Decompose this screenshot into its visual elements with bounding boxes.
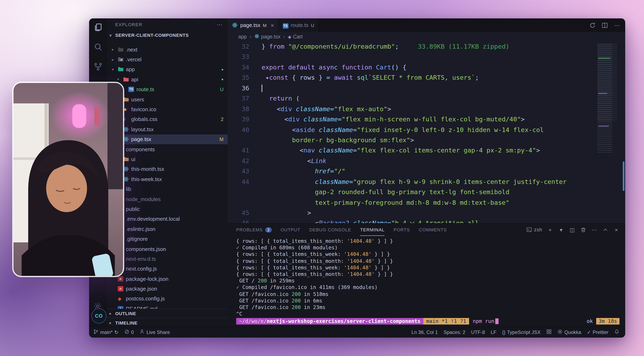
tree-item[interactable]: ▸node_modules <box>107 194 228 204</box>
code-line: border-r bg-background sm:flex"> <box>228 135 625 146</box>
status-item-live-share[interactable]: Live Share <box>140 329 170 336</box>
search-icon[interactable] <box>93 42 103 52</box>
panel-tab-label: TERMINAL <box>360 227 384 232</box>
status-item-typescript-jsx[interactable]: {}TypeScript JSX <box>502 330 540 335</box>
tree-item[interactable]: ▸lib <box>107 184 228 194</box>
tree-item[interactable]: #globals.css2 <box>107 114 228 124</box>
code-text: <div className="flex mx-auto"> <box>262 104 391 114</box>
file-type-icon: TS <box>128 87 136 92</box>
file-name: page.tsx <box>131 136 151 142</box>
tree-item[interactable]: ◈.eslintrc.json <box>107 224 228 234</box>
status-item-quokka[interactable]: Quokka <box>557 329 581 336</box>
tree-item[interactable]: ▸▲.vercel <box>107 54 228 64</box>
terminal-line: ✓ Compiled in 689ms (608 modules) <box>236 244 620 251</box>
editor-tab[interactable]: TSroute.tsU <box>278 18 319 32</box>
terminal-line: { rows: [ { total_items_this_month: '140… <box>236 238 620 244</box>
text-cursor <box>262 85 262 92</box>
account-avatar[interactable]: CO <box>91 308 107 324</box>
refresh-icon[interactable] <box>589 22 596 28</box>
close-panel-icon[interactable]: × <box>613 227 620 233</box>
terminal-dropdown-icon[interactable]: ▾ <box>558 227 564 233</box>
tree-item[interactable]: layout.tsx <box>107 124 228 134</box>
tree-item[interactable]: ◆postcss.config.js <box>107 294 228 304</box>
tree-item[interactable]: ▾components <box>107 144 228 154</box>
file-name: ui <box>131 156 135 162</box>
tree-item[interactable]: iREADME.md <box>107 304 228 308</box>
status-item-main-[interactable]: main*↻ <box>93 329 118 336</box>
split-editor-icon[interactable] <box>602 22 608 28</box>
tree-item[interactable]: TSnext-env.d.ts <box>107 254 228 264</box>
tree-item[interactable]: ◆.gitignore <box>107 234 228 244</box>
status-item-lf[interactable]: LF <box>491 330 496 335</box>
terminal-shell-item[interactable]: zsh <box>526 227 542 232</box>
status-label: Live Share <box>146 330 170 335</box>
breadcrumb-item[interactable]: app <box>238 34 247 40</box>
timeline-section[interactable]: ▸ TIMELINE <box>107 318 228 328</box>
status-item-0[interactable]: 0 <box>124 329 134 336</box>
status-item-ln-36-col-1[interactable]: Ln 36, Col 1 <box>411 330 438 335</box>
file-name: public <box>126 206 140 212</box>
outline-section[interactable]: ▸ OUTLINE <box>107 308 228 318</box>
tree-item[interactable]: {}components.json <box>107 244 228 254</box>
tree-item[interactable]: ⚙.env.development.local <box>107 214 228 224</box>
scrollbar-thumb[interactable] <box>623 162 624 191</box>
status-item-spaces-2[interactable]: Spaces: 2 <box>444 330 466 335</box>
close-icon[interactable]: × <box>271 22 274 28</box>
explorer-icon[interactable] <box>93 22 103 32</box>
code-editor[interactable]: 32} from "@/components/ui/breadcrumb"; 3… <box>228 42 625 224</box>
kill-terminal-icon[interactable] <box>580 227 586 233</box>
file-name: README.md <box>126 306 158 308</box>
minimap[interactable] <box>598 44 620 220</box>
status-item-utf-8[interactable]: UTF-8 <box>471 330 485 335</box>
tree-item[interactable]: ▾api● <box>107 74 228 84</box>
prompt-git-segment: main *1 !1 ?1 <box>423 318 469 324</box>
split-terminal-icon[interactable]: ◫ <box>569 227 575 233</box>
panel-tab-ports[interactable]: PORTS <box>394 224 410 236</box>
tree-item[interactable]: npackage.json <box>107 284 228 294</box>
tree-item[interactable]: this-week.tsx <box>107 174 228 184</box>
tree-item[interactable]: npackage-lock.json <box>107 274 228 284</box>
tree-item[interactable]: this-month.tsx <box>107 164 228 174</box>
tree-item[interactable]: ▸users <box>107 94 228 104</box>
code-text: border-r bg-background sm:flex"> <box>262 135 414 146</box>
terminal-line: { rows: [ { total_items_this_week: '1404… <box>236 251 620 258</box>
tree-item[interactable]: page.tsxM <box>107 134 228 144</box>
source-control-icon[interactable] <box>93 62 103 72</box>
terminal-output[interactable]: { rows: [ { total_items_this_month: '140… <box>228 236 625 327</box>
line-number: 33 <box>228 52 249 62</box>
maximize-panel-icon[interactable] <box>602 227 608 233</box>
code-line: 38 <div className="flex mx-auto"> <box>228 104 625 114</box>
tree-item[interactable]: Nnext.config.js <box>107 264 228 274</box>
panel-tab-debug-console[interactable]: DEBUG CONSOLE <box>309 224 351 236</box>
explorer-more-icon[interactable]: ⋯ <box>216 21 223 28</box>
panel-tab-comments[interactable]: COMMENTS <box>419 224 447 236</box>
editor-tab[interactable]: page.tsxM× <box>228 18 278 32</box>
desktop-wallpaper: CO EXPLORER ⋯ ▾ SERVER-CLIENT-COMPONENTS… <box>0 0 644 356</box>
breadcrumb-separator: › <box>284 34 285 40</box>
bottom-panel: PROBLEMS2OUTPUTDEBUG CONSOLETERMINALPORT… <box>228 223 625 327</box>
breadcrumb-item[interactable]: page.tsx <box>254 34 280 40</box>
panel-tab-problems[interactable]: PROBLEMS2 <box>236 224 272 236</box>
panel-more-icon[interactable]: ⋯ <box>591 227 598 233</box>
git-status-badge: M <box>220 136 224 142</box>
tree-item[interactable]: TSroute.tsU <box>107 84 228 94</box>
tree-item[interactable]: ▾app● <box>107 64 228 74</box>
more-actions-icon[interactable]: ⋯ <box>614 22 620 28</box>
new-terminal-icon[interactable]: + <box>547 227 553 233</box>
tree-item[interactable]: ▸public <box>107 204 228 214</box>
project-root-row[interactable]: ▾ SERVER-CLIENT-COMPONENTS <box>107 31 228 40</box>
panel-tab-output[interactable]: OUTPUT <box>280 224 300 236</box>
breadcrumb-item[interactable]: ◈Cart <box>288 34 302 40</box>
react-icon <box>232 22 238 28</box>
status-item[interactable] <box>614 329 620 336</box>
line-number: 44 <box>228 177 249 187</box>
tree-item[interactable]: ★favicon.ico <box>107 104 228 114</box>
panel-tab-terminal[interactable]: TERMINAL <box>360 224 384 236</box>
tree-item[interactable]: ▸ui <box>107 154 228 164</box>
terminal-prompt[interactable]: ~/d/wo/e/nextjs-workshop-exercises/serve… <box>236 318 620 325</box>
tree-item[interactable]: ▸.next <box>107 44 228 54</box>
status-item-prettier[interactable]: ✓Prettier <box>587 330 609 335</box>
status-label: Quokka <box>564 330 581 335</box>
file-name: components.json <box>126 246 166 252</box>
status-item[interactable] <box>546 329 552 336</box>
